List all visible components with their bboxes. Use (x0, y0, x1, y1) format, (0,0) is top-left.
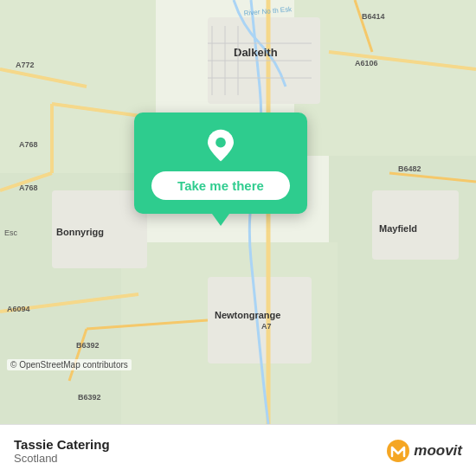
location-pin-icon (203, 128, 238, 163)
map-container: A772 A768 A768 A6094 B6392 B6392 A768 A6… (0, 0, 476, 424)
svg-point-47 (387, 440, 409, 462)
svg-text:B6482: B6482 (398, 164, 421, 173)
svg-text:A768: A768 (19, 140, 38, 149)
svg-text:Esc: Esc (4, 228, 18, 237)
osm-credit: © OpenStreetMap contributors (7, 359, 132, 370)
moovit-logo-text: moovit (414, 442, 462, 460)
bottom-info: Tassie Catering Scotland (14, 437, 110, 465)
bottom-bar: Tassie Catering Scotland moovit (0, 424, 476, 476)
svg-text:A6094: A6094 (7, 305, 30, 313)
place-region: Scotland (14, 452, 110, 465)
svg-text:A768: A768 (19, 183, 38, 192)
place-name: Tassie Catering (14, 437, 110, 452)
svg-point-46 (215, 138, 226, 148)
svg-text:A7: A7 (261, 322, 272, 331)
moovit-logo-icon (386, 439, 410, 463)
svg-text:B6392: B6392 (78, 393, 101, 402)
svg-text:A772: A772 (16, 61, 35, 69)
location-tooltip: Take me there (134, 113, 307, 214)
svg-text:A6106: A6106 (355, 59, 378, 68)
moovit-logo: moovit (386, 439, 462, 463)
svg-text:Dalkeith: Dalkeith (234, 46, 278, 59)
svg-text:Mayfield: Mayfield (379, 223, 417, 234)
svg-text:Bonnyrigg: Bonnyrigg (56, 227, 104, 237)
svg-text:B6392: B6392 (76, 341, 100, 350)
svg-text:Newtongrange: Newtongrange (215, 310, 280, 320)
svg-rect-3 (294, 0, 476, 156)
take-me-there-button[interactable]: Take me there (151, 171, 290, 200)
svg-text:B6414: B6414 (362, 12, 385, 21)
